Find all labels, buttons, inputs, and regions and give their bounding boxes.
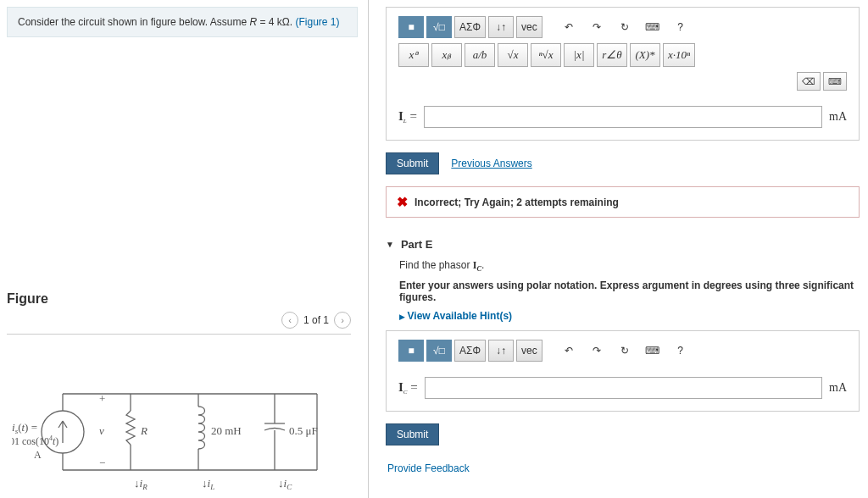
backspace-button[interactable]: ⌫ [797, 72, 821, 91]
greek-button[interactable]: ΑΣΦ [454, 16, 486, 38]
incorrect-icon: ✖ [397, 194, 408, 210]
part-d-variable-label: IL = [398, 109, 417, 125]
part-e-unit: mA [829, 381, 847, 395]
keyboard-toggle-button[interactable]: ⌨ [823, 72, 847, 91]
help-button[interactable]: ? [668, 340, 693, 362]
view-hints-link[interactable]: View Available Hint(s) [399, 310, 860, 322]
svg-text:v: v [99, 424, 104, 437]
previous-answers-link[interactable]: Previous Answers [451, 158, 531, 169]
svg-text:↓iC: ↓iC [278, 477, 292, 491]
svg-text:−: − [99, 456, 105, 469]
subscript-button[interactable]: ↓↑ [488, 16, 514, 38]
help-button[interactable]: ? [668, 16, 693, 38]
problem-statement: Consider the circuit shown in figure bel… [7, 7, 358, 37]
abs-button[interactable]: |x| [564, 43, 594, 67]
undo-button[interactable]: ↶ [556, 340, 581, 362]
part-e-title: Part E [401, 238, 433, 251]
conjugate-button[interactable]: (X)* [630, 43, 660, 67]
svg-text:20 mH: 20 mH [211, 424, 242, 437]
part-d-answer-input[interactable] [424, 106, 822, 128]
greek-button[interactable]: ΑΣΦ [454, 340, 486, 362]
reset-button[interactable]: ↻ [612, 340, 637, 362]
redo-button[interactable]: ↷ [584, 340, 609, 362]
svg-text:R: R [140, 424, 147, 437]
sqrt-template-icon[interactable]: √□ [426, 340, 452, 362]
equation-toolbar-math: xᵃ xᵦ a/b √x ⁿ√x |x| r∠θ (X)* x·10ⁿ [398, 43, 847, 67]
part-e-instruction-2: Enter your answers using polar notation.… [399, 279, 860, 303]
problem-var: R [249, 16, 257, 28]
figure-page-indicator: 1 of 1 [303, 314, 329, 326]
feedback-text: Incorrect; Try Again; 2 attempts remaini… [415, 196, 619, 208]
problem-text-1: Consider the circuit shown in figure bel… [18, 16, 249, 28]
vector-button[interactable]: vec [516, 16, 542, 38]
figure-prev-button[interactable]: ‹ [281, 312, 298, 329]
part-d-unit: mA [829, 110, 847, 124]
nth-root-button[interactable]: ⁿ√x [531, 43, 561, 67]
subscript-x-button[interactable]: xᵦ [431, 43, 462, 67]
figure-title: Figure [7, 291, 358, 307]
figure-next-button[interactable]: › [334, 312, 351, 329]
svg-text:0.5 μF: 0.5 μF [289, 424, 318, 437]
svg-text:is(t) =: is(t) = [12, 421, 37, 435]
template-icon[interactable]: ■ [398, 340, 424, 362]
part-e-header[interactable]: ▼ Part E [386, 238, 860, 251]
svg-text:A: A [34, 449, 42, 461]
equation-toolbar-e: ■ √□ ΑΣΦ ↓↑ vec ↶ ↷ ↻ ⌨ ? [398, 340, 847, 362]
undo-button[interactable]: ↶ [556, 16, 581, 38]
svg-text:↓iR: ↓iR [134, 477, 147, 491]
feedback-message: ✖ Incorrect; Try Again; 2 attempts remai… [386, 186, 860, 218]
sqrt-template-icon[interactable]: √□ [426, 16, 452, 38]
equation-toolbar-main: ■ √□ ΑΣΦ ↓↑ vec ↶ ↷ ↻ ⌨ ? [398, 16, 847, 38]
keyboard-button[interactable]: ⌨ [640, 340, 665, 362]
part-e-submit-button[interactable]: Submit [386, 423, 439, 445]
problem-text-2: = 4 kΩ. [257, 16, 295, 28]
part-e-variable-label: IC = [398, 380, 418, 396]
figure-ref-link[interactable]: (Figure 1) [295, 16, 339, 28]
redo-button[interactable]: ↷ [584, 16, 609, 38]
sqrt-button[interactable]: √x [498, 43, 528, 67]
provide-feedback-link[interactable]: Provide Feedback [387, 462, 860, 474]
reset-button[interactable]: ↻ [612, 16, 637, 38]
svg-text:↓iL: ↓iL [202, 477, 214, 491]
keyboard-button[interactable]: ⌨ [640, 16, 665, 38]
part-e-answer-input[interactable] [425, 377, 822, 399]
svg-text:0.01 cos(104t): 0.01 cos(104t) [12, 434, 58, 447]
circuit-diagram: is(t) = 0.01 cos(104t) A + v − R 20 mH 0… [12, 368, 358, 498]
figure-header: ‹ 1 of 1 › [7, 310, 351, 335]
part-d-submit-button[interactable]: Submit [386, 152, 439, 174]
power-button[interactable]: xᵃ [398, 43, 429, 67]
fraction-button[interactable]: a/b [465, 43, 495, 67]
part-e-answer-box: ■ √□ ΑΣΦ ↓↑ vec ↶ ↷ ↻ ⌨ ? IC = mA [386, 330, 860, 412]
svg-text:+: + [99, 392, 105, 405]
scientific-button[interactable]: x·10ⁿ [663, 43, 695, 67]
vector-button[interactable]: vec [516, 340, 542, 362]
subscript-button[interactable]: ↓↑ [488, 340, 514, 362]
collapse-icon: ▼ [386, 240, 394, 249]
part-d-answer-box: ■ √□ ΑΣΦ ↓↑ vec ↶ ↷ ↻ ⌨ ? xᵃ xᵦ a/b √x ⁿ… [386, 7, 860, 141]
polar-button[interactable]: r∠θ [597, 43, 627, 67]
template-icon[interactable]: ■ [398, 16, 424, 38]
part-e-instruction-1: Find the phasor IC. [399, 259, 860, 273]
